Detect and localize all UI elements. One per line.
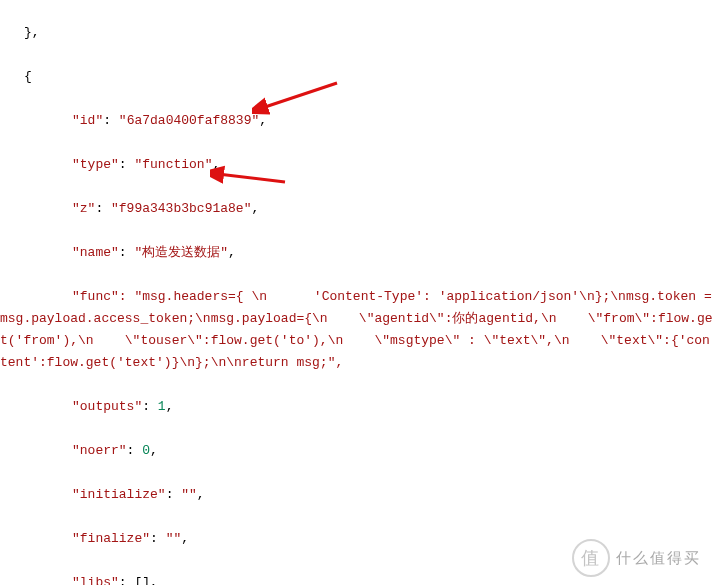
watermark-text: 什么值得买 bbox=[616, 549, 701, 568]
prop-outputs: "outputs": 1, bbox=[0, 396, 713, 418]
prop-name: "name": "构造发送数据", bbox=[0, 242, 713, 264]
prop-type: "type": "function", bbox=[0, 154, 713, 176]
code-block: }, { "id": "6a7da0400faf8839", "type": "… bbox=[0, 0, 713, 585]
brace-close: }, bbox=[0, 22, 713, 44]
watermark-icon: 值 bbox=[572, 539, 610, 577]
prop-func: "func": "msg.headers={ \n 'Content-Type'… bbox=[0, 286, 713, 374]
prop-id: "id": "6a7da0400faf8839", bbox=[0, 110, 713, 132]
prop-initialize: "initialize": "", bbox=[0, 484, 713, 506]
prop-z: "z": "f99a343b3bc91a8e", bbox=[0, 198, 713, 220]
svg-line-1 bbox=[218, 174, 285, 182]
brace-open: { bbox=[0, 66, 713, 88]
watermark: 值 什么值得买 bbox=[572, 539, 701, 577]
prop-noerr: "noerr": 0, bbox=[0, 440, 713, 462]
